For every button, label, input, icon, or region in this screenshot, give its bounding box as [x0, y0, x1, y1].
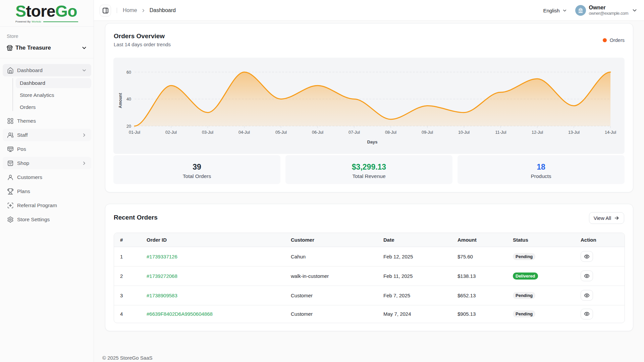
svg-text:03-Jul: 03-Jul — [202, 130, 213, 135]
svg-text:12-Jul: 12-Jul — [532, 130, 543, 135]
svg-text:11-Jul: 11-Jul — [495, 130, 506, 135]
svg-text:09-Jul: 09-Jul — [422, 130, 433, 135]
svg-text:05-Jul: 05-Jul — [275, 130, 287, 135]
svg-text:13-Jul: 13-Jul — [568, 130, 580, 135]
svg-text:40: 40 — [126, 97, 131, 102]
svg-text:01-Jul: 01-Jul — [129, 130, 140, 135]
svg-text:Amount: Amount — [118, 93, 123, 108]
svg-text:07-Jul: 07-Jul — [348, 130, 360, 135]
svg-text:Days: Days — [367, 139, 377, 144]
svg-text:06-Jul: 06-Jul — [312, 130, 323, 135]
svg-text:04-Jul: 04-Jul — [238, 130, 250, 135]
svg-text:10-Jul: 10-Jul — [458, 130, 470, 135]
svg-text:14-Jul: 14-Jul — [605, 130, 616, 135]
svg-text:02-Jul: 02-Jul — [165, 130, 177, 135]
svg-text:60: 60 — [126, 70, 131, 75]
svg-text:20: 20 — [126, 124, 131, 129]
svg-text:08-Jul: 08-Jul — [385, 130, 396, 135]
